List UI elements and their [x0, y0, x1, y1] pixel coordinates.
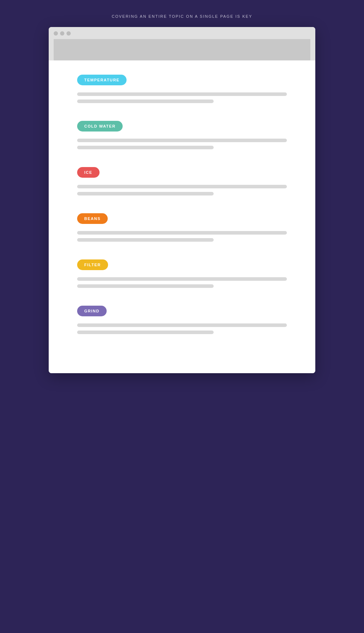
browser-dot-green — [66, 31, 71, 36]
text-line — [77, 139, 287, 142]
text-line — [77, 100, 214, 103]
section-beans: BEANS — [77, 213, 287, 242]
section-temperature: TEMPERATURE — [77, 75, 287, 103]
text-lines-temperature — [77, 92, 287, 103]
text-line — [77, 277, 287, 281]
tag-grind[interactable]: GRIND — [77, 306, 107, 316]
tag-filter[interactable]: FILTER — [77, 259, 108, 270]
text-line — [77, 92, 287, 96]
section-cold-water: COLD WATER — [77, 121, 287, 149]
browser-content: TEMPERATURE COLD WATER ICE BEANS — [49, 60, 315, 373]
browser-chrome — [49, 27, 315, 60]
tag-ice[interactable]: ICE — [77, 167, 100, 178]
text-lines-ice — [77, 185, 287, 195]
tag-cold-water[interactable]: COLD WATER — [77, 121, 123, 132]
text-line — [77, 323, 287, 327]
text-lines-cold-water — [77, 139, 287, 149]
tag-temperature[interactable]: TEMPERATURE — [77, 75, 127, 85]
text-line — [77, 146, 214, 149]
text-line — [77, 231, 287, 235]
browser-dot-red — [54, 31, 58, 36]
tag-beans[interactable]: BEANS — [77, 213, 108, 224]
text-line — [77, 185, 287, 188]
browser-dot-yellow — [60, 31, 64, 36]
text-line — [77, 331, 214, 334]
text-lines-filter — [77, 277, 287, 288]
browser-window: TEMPERATURE COLD WATER ICE BEANS — [49, 27, 315, 373]
text-line — [77, 192, 214, 195]
text-line — [77, 284, 214, 288]
section-grind: GRIND — [77, 306, 287, 334]
browser-address-bar — [54, 39, 310, 60]
text-lines-grind — [77, 323, 287, 334]
text-lines-beans — [77, 231, 287, 242]
section-filter: FILTER — [77, 259, 287, 288]
section-ice: ICE — [77, 167, 287, 195]
text-line — [77, 238, 214, 242]
browser-dots — [54, 31, 310, 39]
page-subtitle: COVERING AN ENTIRE TOPIC ON A SINGLE PAG… — [112, 14, 252, 18]
